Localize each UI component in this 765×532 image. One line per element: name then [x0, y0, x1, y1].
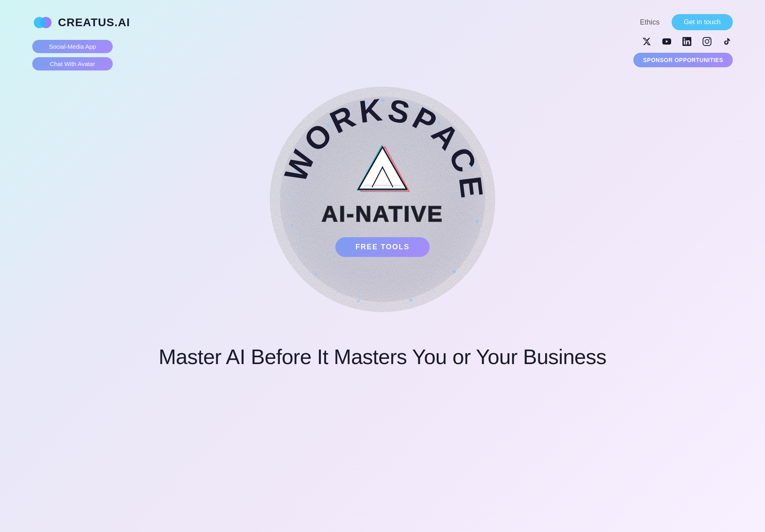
instagram-icon[interactable]	[701, 36, 713, 47]
header-right: Ethics Get in touch	[633, 12, 733, 67]
logo-row: CREATUS.AI	[32, 12, 130, 33]
triangle-container	[352, 142, 413, 194]
tiktok-icon[interactable]	[722, 36, 733, 47]
center-content: AI-NATIVE FREE TOOLS	[322, 142, 444, 257]
workspace-circle: WORKSPACE AI-N	[270, 87, 495, 312]
hero-section: WORKSPACE AI-N	[0, 87, 765, 312]
ethics-link[interactable]: Ethics	[640, 18, 660, 27]
linkedin-icon[interactable]	[681, 36, 693, 47]
logo-text: CREATUS.AI	[58, 16, 130, 29]
tagline-heading: Master AI Before It Masters You or Your …	[40, 344, 725, 369]
tagline-section: Master AI Before It Masters You or Your …	[0, 344, 765, 369]
x-twitter-icon[interactable]	[641, 36, 652, 47]
chat-with-avatar-button[interactable]: Chat With Avatar	[32, 57, 113, 70]
logo-area: CREATUS.AI Social-Media App Chat With Av…	[32, 12, 130, 70]
creatus-logo-icon	[32, 12, 53, 33]
social-media-app-button[interactable]: Social-Media App	[32, 40, 113, 53]
triangle-logo	[354, 143, 411, 193]
svg-point-2	[40, 18, 45, 27]
ai-native-text: AI-NATIVE	[322, 201, 444, 227]
get-in-touch-button[interactable]: Get in touch	[672, 14, 733, 30]
free-tools-button[interactable]: FREE TOOLS	[335, 237, 430, 257]
sponsor-opportunities-button[interactable]: SPONSOR OPPORTUNITIES	[633, 53, 733, 67]
header-top-row: Ethics Get in touch	[640, 14, 733, 30]
youtube-icon[interactable]	[661, 36, 672, 47]
nav-buttons: Social-Media App Chat With Avatar	[32, 40, 130, 70]
social-icons-row	[641, 36, 733, 47]
header: CREATUS.AI Social-Media App Chat With Av…	[0, 0, 765, 79]
